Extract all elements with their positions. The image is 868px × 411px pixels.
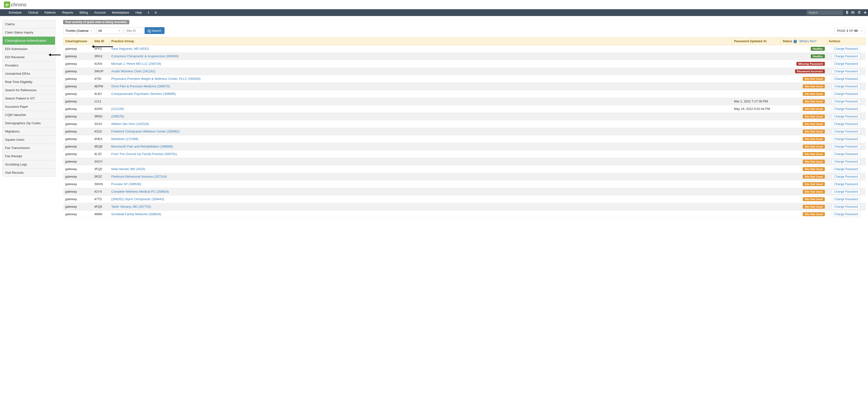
sidebar-item-demographics-zip-codes[interactable]: Demographics Zip Codes bbox=[3, 119, 55, 127]
nav-item-account[interactable]: Account bbox=[91, 9, 109, 16]
change-password-button[interactable]: Change Password bbox=[832, 174, 860, 179]
change-password-button[interactable]: Change Password bbox=[832, 129, 860, 134]
table-row: gateway3R5G(206578)Site Not UsedChange P… bbox=[63, 113, 866, 120]
sidebar-item-edi-submission[interactable]: EDI Submission bbox=[3, 45, 55, 53]
nav-item-help[interactable]: Help bbox=[132, 9, 145, 16]
sidebar-item-migrations[interactable]: Migrations bbox=[3, 127, 55, 136]
sidebar-item-scrubbing-logs[interactable]: Scrubbing Logs bbox=[3, 160, 55, 169]
cell-status: Site Not Used bbox=[781, 105, 827, 113]
cell-site-id: 4EPW bbox=[92, 83, 110, 90]
nav-search-input[interactable] bbox=[807, 10, 843, 15]
change-password-button[interactable]: Change Password bbox=[832, 152, 860, 157]
practice-group-link[interactable]: Piedmont Behavioral Services (207314) bbox=[111, 175, 167, 178]
nav-item-billing[interactable]: Billing bbox=[76, 9, 91, 16]
change-password-button[interactable]: Change Password bbox=[832, 54, 860, 59]
change-password-button[interactable]: Change Password bbox=[832, 197, 860, 201]
change-password-button[interactable]: Change Password bbox=[832, 106, 860, 112]
status-badge: Site Not Used bbox=[803, 137, 825, 141]
sidebar-item-real-time-eligibility[interactable]: Real Time Eligibility bbox=[3, 78, 55, 86]
status-badge: Site Not Used bbox=[803, 167, 825, 171]
caduceus-icon[interactable]: ⚕ bbox=[145, 11, 152, 14]
change-password-button[interactable]: Change Password bbox=[832, 144, 860, 149]
table-row: gateway4EPWOmni Pain & Precision Medicin… bbox=[63, 83, 866, 90]
practice-group-link[interactable]: Monmouth Pain and Rehabilitation (286889… bbox=[111, 145, 173, 148]
change-password-button[interactable]: Change Password bbox=[832, 189, 860, 194]
nav-item-patients[interactable]: Patients bbox=[41, 9, 59, 16]
nav-item-clinical[interactable]: Clinical bbox=[25, 9, 41, 16]
search-button[interactable]: Search bbox=[145, 27, 164, 34]
nav-item-schedule[interactable]: Schedule bbox=[5, 9, 25, 16]
change-password-button[interactable]: Change Password bbox=[832, 46, 860, 51]
nav-item-reports[interactable]: Reports bbox=[59, 9, 76, 16]
change-password-button[interactable]: Change Password bbox=[832, 114, 860, 119]
sidebar-item-claims[interactable]: Claims bbox=[3, 20, 55, 28]
practice-group-link[interactable]: Omni Pain & Precision Medicine (286870) bbox=[111, 85, 170, 88]
change-password-button[interactable]: Change Password bbox=[832, 99, 860, 104]
practice-group-link[interactable]: Frederick Chiropractic Wellness Center (… bbox=[111, 130, 180, 133]
sidebar-item-cqm-valueset[interactable]: CQM ValueSet bbox=[3, 111, 55, 119]
cell-status: Site Not Used bbox=[781, 195, 827, 203]
clearinghouse-select[interactable]: Trizetto (Gateway) bbox=[63, 27, 95, 34]
sidebar-item-clearinghouse-authentication[interactable]: Clearinghouse Authentication bbox=[3, 37, 55, 45]
practice-group-link[interactable]: Michael J. Pierce MD LLC (258728) bbox=[111, 62, 161, 65]
sidebar-item-edi-received[interactable]: EDI Received bbox=[3, 53, 55, 61]
change-password-button[interactable]: Change Password bbox=[832, 159, 860, 164]
practice-group-link[interactable]: Conscious Chiropractic & Acupuncture (20… bbox=[111, 54, 179, 58]
practice-group-link[interactable]: Complete Wellness Medical PC (258826) bbox=[111, 190, 169, 193]
practice-group-link[interactable]: Physicians Premiere Weight & Wellness Ce… bbox=[111, 77, 200, 81]
scalpel-icon[interactable]: ✕ bbox=[152, 11, 160, 14]
change-password-button[interactable]: Change Password bbox=[832, 69, 860, 74]
sidebar-item-search-patient-in-ixt[interactable]: Search Patient in IXT bbox=[3, 94, 55, 103]
cell-password-updated bbox=[732, 67, 781, 75]
site-id-input[interactable] bbox=[124, 27, 143, 34]
practice-group-link[interactable]: William Van Horn (242328) bbox=[111, 122, 149, 126]
change-password-button[interactable]: Change Password bbox=[832, 167, 860, 171]
change-password-button[interactable]: Change Password bbox=[832, 92, 860, 96]
sidebar-item-square-users[interactable]: Square Users bbox=[3, 136, 55, 144]
cell-password-updated bbox=[732, 143, 781, 150]
hamburger-icon[interactable] bbox=[856, 9, 862, 16]
next-page-arrow-icon[interactable]: → bbox=[860, 29, 863, 33]
plus-icon[interactable]: + bbox=[862, 9, 868, 16]
cell-site-id: 47TD bbox=[92, 195, 110, 203]
practice-group-link[interactable]: Compassionate Psychiatric Services (3066… bbox=[111, 92, 176, 96]
practice-group-link[interactable]: (206578) bbox=[111, 115, 124, 118]
sidebar-item-unmatched-eras[interactable]: Unmatched ERAs bbox=[3, 70, 55, 78]
practice-group-link[interactable]: From The Ground Up Family Practice (3067… bbox=[111, 152, 177, 156]
sidebar-item-providers[interactable]: Providers bbox=[3, 61, 55, 70]
practice-group-link[interactable]: Neal Handel, MD (4033) bbox=[111, 167, 145, 171]
practice-group-link[interactable]: Provoke SF (198536) bbox=[111, 182, 142, 186]
change-password-button[interactable]: Change Password bbox=[832, 204, 860, 209]
nav-item-marketplace[interactable]: Marketplace bbox=[109, 9, 132, 16]
sidebar-item-fax-transmission[interactable]: Fax Transmission bbox=[3, 144, 55, 152]
practice-group-link[interactable]: (222226) bbox=[111, 107, 124, 110]
change-password-button[interactable]: Change Password bbox=[832, 84, 860, 89]
dollar-icon[interactable] bbox=[844, 9, 849, 16]
practice-group-link[interactable]: Austin Womens Clinic (241162) bbox=[111, 69, 155, 73]
cell-actions: Change Password bbox=[827, 120, 866, 128]
filter-extra-select[interactable]: All bbox=[96, 27, 123, 34]
cell-practice-group: (222226) bbox=[110, 105, 732, 113]
change-password-button[interactable]: Change Password bbox=[832, 212, 860, 217]
cell-site-id: 3FQ0 bbox=[92, 165, 110, 173]
whats-this-link[interactable]: What's this? bbox=[799, 39, 816, 43]
practice-group-link[interactable]: Sundwall Family Medicine (306634) bbox=[111, 212, 161, 216]
practice-group-link[interactable]: (269282) Glynn Chiropractic (269443) bbox=[111, 197, 164, 201]
practice-group-link[interactable]: Tarek Yamany, MD (287725) bbox=[111, 205, 151, 209]
change-password-button[interactable]: Change Password bbox=[832, 76, 860, 81]
sidebar-item-insurance-payer[interactable]: Insurance Payer bbox=[3, 103, 55, 111]
sidebar-item-claim-status-inquiry[interactable]: Claim Status Inquiry bbox=[3, 28, 55, 37]
cell-site-id: 3R5G bbox=[92, 113, 110, 120]
mail-icon[interactable] bbox=[849, 9, 856, 16]
change-password-button[interactable]: Change Password bbox=[832, 61, 860, 66]
sidebar-item-search-for-references[interactable]: Search for References bbox=[3, 86, 55, 94]
sidebar-item-visit-records[interactable]: Visit Records bbox=[3, 169, 55, 177]
cell-status: Site Not Used bbox=[781, 83, 827, 90]
change-password-button[interactable]: Change Password bbox=[832, 182, 860, 187]
sidebar-item-fax-receipt[interactable]: Fax Receipt bbox=[3, 152, 55, 160]
change-password-button[interactable]: Change Password bbox=[832, 122, 860, 126]
practice-group-link[interactable]: Medilaser (272368) bbox=[111, 137, 138, 141]
info-icon[interactable]: i bbox=[794, 40, 797, 43]
change-password-button[interactable]: Change Password bbox=[832, 136, 860, 141]
practice-group-link[interactable]: Sara Yegiyants, MD (4032) bbox=[111, 47, 149, 51]
